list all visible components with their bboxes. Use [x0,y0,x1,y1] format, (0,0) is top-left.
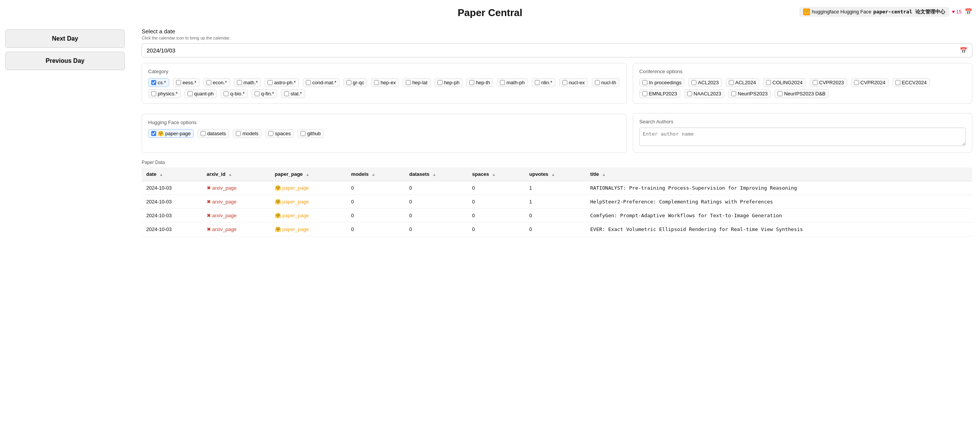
paper-table: date ▲ arxiv_id ▲ paper_page ▲ models ▲ … [142,167,972,236]
conference-item[interactable]: ECCV2024 [892,78,930,87]
paper-page-link[interactable]: 🤗 paper_page [275,213,309,218]
conference-item[interactable]: CVPR2023 [810,78,847,87]
category-item[interactable]: hep-lat [403,78,431,87]
category-item[interactable]: math-ph [497,78,528,87]
brand-name: huggingface Hugging Face [812,9,871,15]
category-item[interactable]: nucl-ex [559,78,588,87]
col-models[interactable]: models ▲ [346,167,405,181]
cell-title: HelpSteer2-Preference: Complementing Rat… [586,195,972,209]
author-search-input[interactable] [639,128,966,146]
paper-page-link[interactable]: 🤗 paper_page [275,199,309,205]
category-item[interactable]: q-bio.* [220,89,248,98]
category-item[interactable]: math.* [234,78,261,87]
category-item[interactable]: gr-qc [343,78,368,87]
category-item[interactable]: econ.* [203,78,230,87]
paper-page-link[interactable]: 🤗 paper_page [275,226,309,232]
category-item[interactable]: hep-th [466,78,493,87]
table-row: 2024-10-03 ✖ arxiv_page 🤗 paper_page 0 0… [142,223,972,236]
cell-models: 0 [346,195,405,209]
conference-item[interactable]: ACL2024 [726,78,759,87]
cell-date: 2024-10-03 [142,209,202,223]
conference-item[interactable]: CVPR2024 [851,78,889,87]
category-item[interactable]: hep-ex [371,78,399,87]
conference-item[interactable]: ACL2023 [688,78,722,87]
cell-title: EVER: Exact Volumetric Ellipsoid Renderi… [586,223,972,236]
conference-item[interactable]: COLING2024 [763,78,806,87]
col-title[interactable]: title ▲ [586,167,972,181]
category-item[interactable]: stat.* [281,89,305,98]
conference-box: Conference options In proceedings ACL202… [633,63,972,104]
col-datasets[interactable]: datasets ▲ [405,167,467,181]
col-upvotes[interactable]: upvotes ▲ [525,167,586,181]
hf-icon: 🤗 [803,8,810,15]
category-item[interactable]: quant-ph [185,89,217,98]
hf-options-title: Hugging Face options [148,120,620,125]
date-label: Select a date [142,28,972,34]
table-row: 2024-10-03 ✖ arxiv_page 🤗 paper_page 0 0… [142,181,972,195]
hf-option-item[interactable]: models [233,129,261,138]
category-item[interactable]: nucl-th [592,78,619,87]
brand-app: paper-central 论文管理中心 [873,8,945,15]
cell-datasets: 0 [405,209,467,223]
date-input[interactable] [147,47,960,54]
conference-item[interactable]: EMNLP2023 [639,89,680,98]
next-day-button[interactable]: Next Day [5,29,125,48]
col-arxiv[interactable]: arxiv_id ▲ [202,167,270,181]
cell-paper[interactable]: 🤗 paper_page [270,195,347,209]
cell-upvotes: 1 [525,181,586,195]
arxiv-link[interactable]: ✖ arxiv_page [207,226,237,232]
hf-option-item[interactable]: 🤗 paper-page [148,129,194,138]
arxiv-link[interactable]: ✖ arxiv_page [207,199,237,205]
category-item[interactable]: physics.* [148,89,181,98]
table-row: 2024-10-03 ✖ arxiv_page 🤗 paper_page 0 0… [142,209,972,223]
conference-item[interactable]: NAACL2023 [684,89,724,98]
cell-arxiv[interactable]: ✖ arxiv_page [202,195,270,209]
cell-arxiv[interactable]: ✖ arxiv_page [202,223,270,236]
table-header: date ▲ arxiv_id ▲ paper_page ▲ models ▲ … [142,167,972,181]
conference-item[interactable]: NeurIPS2023 D&B [774,89,828,98]
cell-paper[interactable]: 🤗 paper_page [270,223,347,236]
cell-arxiv[interactable]: ✖ arxiv_page [202,209,270,223]
hf-option-item[interactable]: datasets [198,129,229,138]
calendar-icon[interactable]: 📅 [965,8,972,15]
paper-data-label: Paper Data [142,160,972,165]
hf-options-box: Hugging Face options 🤗 paper-page datase… [142,114,627,153]
category-item[interactable]: cond-mat.* [303,78,340,87]
cell-paper[interactable]: 🤗 paper_page [270,181,347,195]
paper-data-section: Paper Data date ▲ arxiv_id ▲ paper_page … [142,160,972,236]
calendar-picker-icon[interactable]: 📅 [960,47,967,54]
cell-datasets: 0 [405,181,467,195]
category-item[interactable]: astro-ph.* [265,78,299,87]
search-authors-box: Search Authors [633,113,972,153]
category-item[interactable]: cs.* [148,78,169,87]
col-paper[interactable]: paper_page ▲ [270,167,347,181]
hf-option-item[interactable]: spaces [265,129,294,138]
cell-spaces: 0 [467,195,524,209]
left-panel: Next Day Previous Day [0,25,130,75]
page-header: Paper Central 🤗 huggingface Hugging Face… [0,0,980,23]
paper-page-link[interactable]: 🤗 paper_page [275,185,309,191]
category-item[interactable]: hep-ph [434,78,462,87]
table-body: 2024-10-03 ✖ arxiv_page 🤗 paper_page 0 0… [142,181,972,236]
col-date[interactable]: date ▲ [142,167,202,181]
sort-upvotes-icon: ▲ [551,172,555,177]
arxiv-link[interactable]: ✖ arxiv_page [207,185,237,191]
prev-day-button[interactable]: Previous Day [5,52,125,70]
cell-spaces: 0 [467,223,524,236]
category-item[interactable]: q-fin.* [252,89,277,98]
category-item[interactable]: eess.* [173,78,199,87]
cell-arxiv[interactable]: ✖ arxiv_page [202,181,270,195]
category-item[interactable]: nlin.* [532,78,555,87]
cell-upvotes: 0 [525,223,586,236]
cell-paper[interactable]: 🤗 paper_page [270,209,347,223]
conference-title: Conference options [639,69,966,74]
arxiv-link[interactable]: ✖ arxiv_page [207,213,237,218]
cell-models: 0 [346,223,405,236]
conference-item[interactable]: In proceedings [639,78,684,87]
heart-number: 15 [956,9,962,15]
hf-option-item[interactable]: github [297,129,323,138]
conference-item[interactable]: NeurIPS2023 [728,89,771,98]
cell-upvotes: 1 [525,195,586,209]
cell-date: 2024-10-03 [142,181,202,195]
col-spaces[interactable]: spaces ▲ [467,167,524,181]
